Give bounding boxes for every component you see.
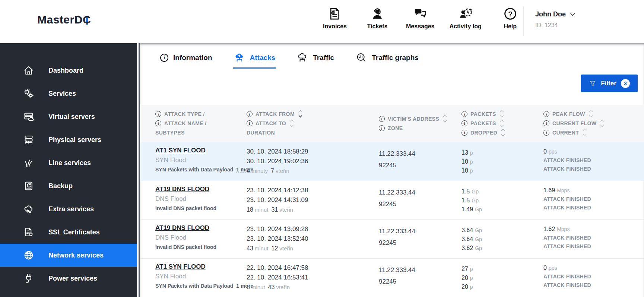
nav-tickets[interactable]: Tickets: [364, 6, 391, 30]
packets-dropped-value: 10p: [461, 166, 473, 175]
nav-invoices[interactable]: $ Invoices: [321, 6, 349, 30]
filter-count-badge: 3: [621, 79, 630, 88]
filter-button[interactable]: Filter 3: [581, 75, 638, 92]
info-icon[interactable]: [247, 111, 253, 117]
top-navigation: $ Invoices Tickets Messages: [321, 6, 524, 30]
user-menu[interactable]: John Doe ID: 1234: [535, 10, 574, 29]
tab-information[interactable]: Information: [159, 48, 213, 69]
globe-icon: [23, 250, 34, 261]
sidebar-item-ssl-certificates[interactable]: SSL Certificates: [0, 221, 137, 244]
header-divider: [523, 7, 524, 36]
victim-zone: 92245: [379, 200, 415, 208]
victim-address: 11.22.333.44: [379, 228, 415, 235]
sidebar-item-line-services[interactable]: Line services: [0, 151, 137, 174]
packets-value: 10p: [461, 157, 473, 166]
attack-subtypes: SYN Packets with Data Payload1 more: [155, 165, 253, 174]
cloud-gears-icon: [23, 203, 34, 215]
sort-icon[interactable]: [583, 129, 586, 136]
column-packets: PACKETS PACKETS DROPPED: [461, 105, 504, 137]
sidebar-item-network-services[interactable]: Network services: [0, 244, 137, 267]
table-header: ATTACK TYPE / ATTACK NAME / SUBTYPES ATT…: [140, 105, 644, 142]
funnel-icon: [589, 80, 596, 87]
support-agent-icon: [370, 6, 385, 22]
cloud-network-icon: [297, 52, 308, 63]
column-victim: VICTIM'S ADDRESS ZONE: [379, 105, 446, 133]
sidebar-item-extra-services[interactable]: Extra services: [0, 198, 137, 221]
table-row: AT1 SYN FLOOD SYN Flood SYN Packets with…: [140, 142, 644, 181]
tab-attacks[interactable]: Attacks: [233, 48, 276, 69]
info-icon[interactable]: [543, 120, 549, 126]
nav-activity-log[interactable]: Activity log: [450, 6, 482, 30]
packets-dropped-value: 3.62Gp: [461, 244, 482, 253]
nav-messages[interactable]: Messages: [406, 6, 435, 30]
attack-duration: 5minut43vteřin: [247, 282, 308, 292]
backup-drive-icon: [23, 180, 34, 192]
info-icon[interactable]: [543, 130, 549, 136]
attack-to: 23. 10. 2024 13:52:40: [247, 234, 308, 244]
attack-type: DNS Flood: [155, 194, 216, 204]
info-icon[interactable]: [155, 120, 161, 126]
info-icon[interactable]: [461, 111, 467, 117]
victim-address: 11.22.333.44: [379, 189, 415, 196]
sidebar-item-virtual-servers[interactable]: Virtual servers: [0, 105, 137, 128]
packets-value: 1.5Gp: [461, 187, 482, 196]
svg-text:?: ?: [508, 10, 513, 18]
info-icon[interactable]: [543, 111, 549, 117]
main-content: Information Attacks Traffic: [140, 43, 644, 297]
sort-icon[interactable]: [501, 120, 503, 126]
info-icon[interactable]: [155, 111, 161, 117]
tab-traffic-graphs[interactable]: Traffic graphs: [355, 48, 419, 69]
sidebar-item-physical-servers[interactable]: Physical servers: [0, 128, 137, 151]
sidebar-item-power-services[interactable]: Power services: [0, 267, 137, 290]
fiber-lines-icon: [23, 157, 34, 168]
attack-name-link[interactable]: AT19 DNS FLOOD: [155, 184, 216, 194]
column-attack-time: ATTACK FROM ATTACK TO DURATION: [247, 105, 302, 137]
attack-to: 22. 10. 2024 16:53:41: [247, 273, 308, 282]
packets-value: 13p: [461, 148, 473, 157]
packets-value: 3.64Gp: [461, 226, 482, 235]
attack-name-link[interactable]: AT1 SYN FLOOD: [155, 262, 253, 272]
sort-icon[interactable]: [502, 129, 504, 136]
chevron-down-icon: [570, 11, 575, 16]
nav-help-label: Help: [504, 23, 517, 30]
logo-text-c: C: [83, 13, 91, 26]
info-icon[interactable]: [461, 130, 467, 136]
cloud-shield-network-icon: [234, 52, 245, 63]
attack-to: 30. 10. 2024 19:02:36: [247, 157, 308, 166]
sort-icon[interactable]: [444, 116, 446, 122]
info-icon[interactable]: [461, 120, 467, 126]
sort-icon[interactable]: [601, 120, 603, 126]
nav-invoices-label: Invoices: [323, 23, 347, 30]
status-badge: ATTACK FINISHED: [543, 195, 591, 203]
status-badge: ATTACK FINISHED: [543, 156, 591, 165]
attack-duration: 18minut31vteřin: [247, 205, 308, 215]
sort-icon[interactable]: [590, 111, 592, 117]
sort-icon[interactable]: [501, 111, 503, 117]
info-icon[interactable]: [379, 116, 385, 122]
svg-text:$: $: [332, 11, 334, 15]
sidebar-item-backup[interactable]: Backup: [0, 174, 137, 198]
attack-name-link[interactable]: AT1 SYN FLOOD: [155, 146, 253, 155]
attack-duration: 4minuty7vteřin: [247, 166, 308, 176]
sidebar-item-services[interactable]: Services: [0, 82, 137, 105]
attack-name-link[interactable]: AT19 DNS FLOOD: [155, 223, 216, 233]
tab-traffic[interactable]: Traffic: [296, 48, 335, 69]
attack-subtypes: Invalid DNS packet flood: [155, 243, 216, 252]
nav-activity-log-label: Activity log: [450, 23, 482, 30]
sidebar-item-dashboard[interactable]: Dashboard: [0, 59, 137, 82]
sort-icon[interactable]: [299, 111, 302, 117]
top-header: MasterDC $ Invoices Tickets: [0, 0, 644, 43]
sort-icon[interactable]: [291, 120, 293, 126]
masterdc-logo[interactable]: MasterDC: [37, 13, 91, 26]
packets-value: 3.64Gp: [461, 235, 482, 244]
user-id: ID: 1234: [535, 22, 574, 29]
packets-dropped-value: 1.49Gp: [461, 205, 482, 214]
chart-magnifier-icon: [356, 52, 367, 63]
table-row: AT19 DNS FLOOD DNS Flood Invalid DNS pac…: [140, 181, 644, 220]
nav-help[interactable]: ? Help: [497, 6, 524, 30]
nav-messages-label: Messages: [406, 23, 435, 30]
sidebar: Dashboard Services Virtual servers: [0, 43, 137, 297]
info-icon[interactable]: [247, 120, 253, 126]
info-icon[interactable]: [379, 125, 385, 131]
sidebar-scrollbar[interactable]: [139, 43, 140, 297]
